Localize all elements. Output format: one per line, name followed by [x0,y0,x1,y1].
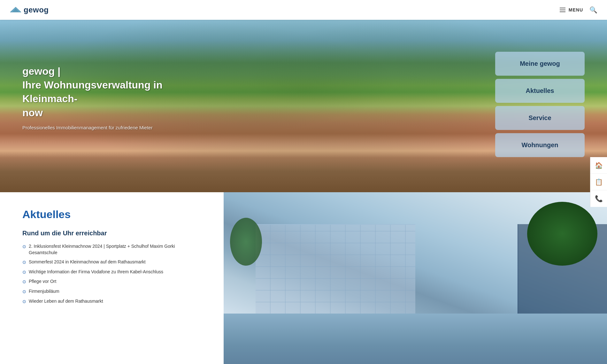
list-item[interactable]: ⊙Sommerfest 2024 in Kleinmachnow auf dem… [22,259,204,266]
building-section [224,192,607,364]
list-item[interactable]: ⊙Firmenjubiläum [22,288,204,295]
news-circle-icon: ⊙ [22,299,26,305]
hamburger-icon [560,8,565,12]
phone-icon: 📞 [595,195,603,202]
news-text: Sommerfest 2024 in Kleinmachnow auf dem … [29,259,146,265]
home-icon: 🏠 [595,162,603,169]
news-circle-icon: ⊙ [22,259,26,266]
news-circle-icon: ⊙ [22,269,26,276]
building-facade [256,224,415,314]
news-circle-icon: ⊙ [22,244,26,250]
hero-text-block: gewog | Ihre Wohnungsverwaltung in Klein… [22,64,198,130]
sidebar-phone-button[interactable]: 📞 [590,190,607,207]
hero-title: gewog | Ihre Wohnungsverwaltung in Klein… [22,64,198,120]
sidebar-clipboard-button[interactable]: 📋 [590,174,607,190]
news-text: 2. Inklusionsfest Kleinmachnow 2024 | Sp… [29,243,204,256]
building-photo [224,192,607,364]
logo-text: gewog [24,5,49,14]
hero-btn-service[interactable]: Service [495,106,585,130]
main-content: Aktuelles Rund um die Uhr erreichbar ⊙2.… [0,192,607,364]
hero-nav-buttons: Meine gewog Aktuelles Service Wohnungen [495,52,585,157]
sidebar-quick-icons: 🏠 📋 📞 [590,157,607,207]
news-circle-icon: ⊙ [22,289,26,295]
hero-btn-meine-gewog[interactable]: Meine gewog [495,52,585,76]
menu-button[interactable]: MENU [560,7,583,12]
list-item[interactable]: ⊙Pflege vor Ort [22,278,204,285]
news-list: ⊙2. Inklusionsfest Kleinmachnow 2024 | S… [22,243,204,305]
hero-btn-aktuelles[interactable]: Aktuelles [495,79,585,103]
nav-area: MENU 🔍 [560,6,597,14]
aktuelles-title: Aktuelles [22,208,204,221]
news-text: Firmenjubiläum [29,288,59,295]
clipboard-icon: 📋 [595,178,603,186]
list-item[interactable]: ⊙Wieder Leben auf dem Rathausmarkt [22,298,204,305]
list-item[interactable]: ⊙Wichtige Information der Firma Vodafone… [22,269,204,276]
sidebar-home-button[interactable]: 🏠 [590,157,607,174]
hero-subtitle: Professionelles Immobilienmanagement für… [22,125,198,130]
news-text: Wichtige Information der Firma Vodafone … [29,269,163,275]
tree-left [230,218,262,266]
logo-icon [10,6,22,13]
news-text: Pflege vor Ort [29,278,56,285]
news-circle-icon: ⊙ [22,279,26,285]
search-button[interactable]: 🔍 [589,6,597,14]
list-item[interactable]: ⊙2. Inklusionsfest Kleinmachnow 2024 | S… [22,243,204,256]
logo-area[interactable]: gewog [10,5,49,14]
ground-area [224,314,607,364]
header: gewog MENU 🔍 [0,0,607,20]
menu-label: MENU [569,7,583,12]
hero-btn-wohnungen[interactable]: Wohnungen [495,133,585,157]
news-text: Wieder Leben auf dem Rathausmarkt [29,298,103,305]
tree-right [527,202,597,266]
hero-section: gewog | Ihre Wohnungsverwaltung in Klein… [0,20,607,192]
aktuelles-subtitle: Rund um die Uhr erreichbar [22,230,204,237]
aktuelles-section: Aktuelles Rund um die Uhr erreichbar ⊙2.… [0,192,224,364]
